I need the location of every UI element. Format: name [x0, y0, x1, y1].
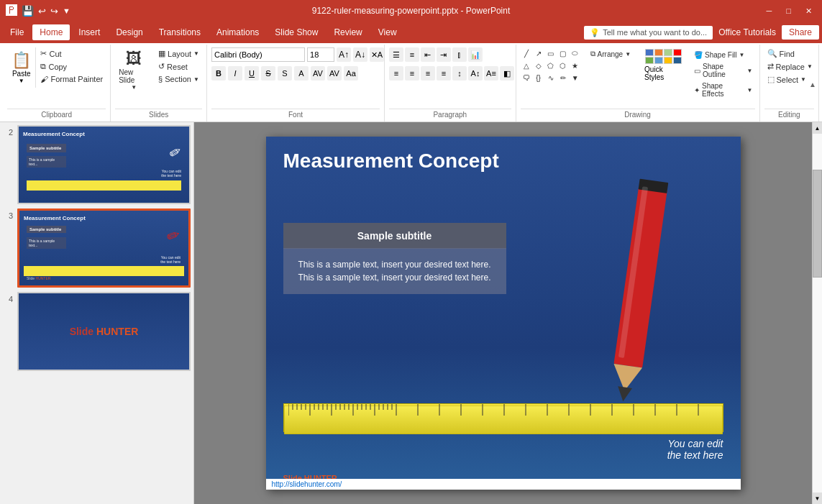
slide-body-text[interactable]: This is a sample text, insert your desir… [283, 248, 506, 294]
slide-thumb-3[interactable]: 3 Measurement Concept ✏ Sample subtitle … [3, 209, 191, 288]
increase-indent[interactable]: ⇥ [437, 47, 451, 62]
reset-button[interactable]: ↺ Reset [155, 60, 202, 73]
shape-triangle[interactable]: △ [521, 60, 532, 71]
menu-view[interactable]: View [371, 24, 404, 40]
font-color-button[interactable]: A [294, 66, 309, 81]
paste-button[interactable]: 📋 Paste ▼ [7, 47, 36, 88]
office-tutorials-link[interactable]: Office Tutorials [718, 27, 776, 37]
ribbon: 📋 Paste ▼ ✂ Cut ⧉ Copy 🖌 Format P [0, 43, 822, 122]
shape-line[interactable]: ╱ [521, 47, 532, 59]
justify[interactable]: ≡ [437, 66, 451, 81]
menu-transitions[interactable]: Transitions [152, 24, 208, 40]
scrollbar-up-btn[interactable]: ▲ [813, 122, 822, 134]
text-direction[interactable]: A↕ [468, 66, 483, 81]
right-scrollbar[interactable]: ▲ ▼ [812, 122, 822, 504]
char-spacing-button[interactable]: AV [327, 66, 342, 81]
format-painter-button[interactable]: 🖌 Format Painter [37, 73, 106, 85]
bold-button[interactable]: B [211, 66, 226, 81]
font-family-select[interactable] [211, 47, 305, 62]
paste-label: Paste [12, 70, 31, 78]
bullets-button[interactable]: ☰ [389, 47, 403, 62]
menu-animations[interactable]: Animations [209, 24, 266, 40]
align-right[interactable]: ≡ [421, 66, 435, 81]
shape-diamond[interactable]: ◇ [533, 60, 544, 71]
search-box[interactable]: 💡 Tell me what you want to do... [584, 26, 713, 40]
underline-button[interactable]: U [245, 66, 259, 81]
font-size-input[interactable] [307, 47, 334, 62]
shape-star[interactable]: ★ [570, 60, 581, 71]
scrollbar-track[interactable] [813, 134, 822, 492]
menu-insert[interactable]: Insert [71, 24, 107, 40]
save-icon[interactable]: 💾 [22, 5, 34, 17]
slide-subtitle-box[interactable]: Sample subtitle [283, 223, 506, 249]
decrease-indent[interactable]: ⇤ [421, 47, 435, 62]
replace-button[interactable]: ⇄ Replace ▼ [764, 60, 816, 73]
slide-thumb-2[interactable]: 2 Measurement Concept ✏ Sample subtitle … [3, 125, 191, 204]
slide3-body: This is a sample text... [27, 237, 66, 249]
slide-preview-3: Measurement Concept ✏ Sample subtitle Th… [17, 209, 191, 288]
layout-button[interactable]: ▦ Layout ▼ [155, 47, 202, 60]
menu-file[interactable]: File [3, 24, 31, 40]
columns-button[interactable]: ⫿ [452, 47, 467, 62]
change-case-button[interactable]: Aa [344, 66, 358, 81]
slide-canvas[interactable]: Measurement Concept Sample subtitle This… [266, 137, 741, 490]
copy-button[interactable]: ⧉ Copy [37, 60, 106, 73]
align-left[interactable]: ≡ [389, 66, 403, 81]
collapse-ribbon-button[interactable]: ▲ [809, 81, 816, 88]
undo-icon[interactable]: ↩ [38, 6, 46, 17]
minimize-button[interactable]: ─ [762, 6, 777, 15]
quick-styles-button[interactable]: Quick Styles [640, 47, 686, 83]
shape-bracket[interactable]: {} [533, 72, 544, 83]
share-button[interactable]: Share [782, 25, 819, 40]
convert-to-smartart[interactable]: ◧ [500, 66, 514, 81]
menu-slideshow[interactable]: Slide Show [268, 24, 325, 40]
highlight-button[interactable]: AV [311, 66, 325, 81]
section-button[interactable]: § Section ▼ [155, 73, 202, 85]
align-text[interactable]: A≡ [484, 66, 498, 81]
find-button[interactable]: 🔍 Find [764, 47, 816, 60]
line-spacing[interactable]: ↕ [452, 66, 467, 81]
section-icon: § [158, 75, 163, 83]
align-center[interactable]: ≡ [405, 66, 419, 81]
shape-callout[interactable]: 🗨 [521, 72, 532, 83]
shape-outline-button[interactable]: ▭ Shape Outline ▼ [692, 62, 754, 79]
slide3-bottom-text: You can editthe text here [160, 255, 181, 264]
menu-review[interactable]: Review [326, 24, 369, 40]
scrollbar-thumb[interactable] [813, 170, 822, 278]
select-button[interactable]: ⬚ Select ▼ [764, 73, 816, 86]
shape-more[interactable]: ▼ [570, 72, 581, 83]
italic-button[interactable]: I [228, 66, 242, 81]
redo-icon[interactable]: ↪ [50, 6, 58, 17]
menu-home[interactable]: Home [32, 24, 70, 40]
shape-effects-button[interactable]: ✦ Shape Effects ▼ [692, 81, 754, 98]
shape-oval[interactable]: ⬭ [570, 47, 581, 59]
slide-thumb-4[interactable]: 4 Slide HUNTER [3, 292, 191, 371]
smartart-button[interactable]: 📊 [468, 47, 483, 62]
ribbon-group-drawing: ╱ ↗ ▭ ▢ ⬭ △ ◇ ⬠ ⬡ ★ 🗨 {} ∿ ✏ ▼ [516, 45, 760, 122]
close-button[interactable]: ✕ [801, 6, 816, 16]
new-slide-button[interactable]: 🖼 New Slide ▼ [115, 47, 152, 93]
shape-curve[interactable]: ∿ [545, 72, 557, 83]
slide2-subtitle-box: Sample subtitle [27, 144, 66, 152]
shape-fill-button[interactable]: 🪣 Shape Fill ▼ [692, 50, 754, 60]
shadow-button[interactable]: S [278, 66, 292, 81]
maximize-button[interactable]: □ [782, 6, 795, 15]
customize-icon[interactable]: ▼ [63, 6, 70, 15]
numbering-button[interactable]: ≡ [405, 47, 419, 62]
shape-freeform[interactable]: ✏ [557, 72, 569, 83]
font-size-increase[interactable]: A↑ [337, 47, 351, 62]
strikethrough-button[interactable]: S [261, 66, 275, 81]
shape-pentagon[interactable]: ⬠ [545, 60, 557, 71]
clear-formatting[interactable]: ✕A [370, 47, 384, 62]
arrange-button[interactable]: ⧉ Arrange ▼ [587, 47, 635, 60]
shape-hexagon[interactable]: ⬡ [557, 60, 569, 71]
shape-rect[interactable]: ▭ [545, 47, 557, 59]
font-size-decrease[interactable]: A↓ [353, 47, 367, 62]
cut-button[interactable]: ✂ Cut [37, 47, 106, 60]
shape-arrow[interactable]: ↗ [533, 47, 544, 59]
bottom-text: You can edit the text here [667, 438, 723, 461]
menu-design[interactable]: Design [109, 24, 150, 40]
editing-btns: 🔍 Find ⇄ Replace ▼ ⬚ Select ▼ [764, 47, 816, 86]
shape-rounded-rect[interactable]: ▢ [557, 47, 569, 59]
scrollbar-down-btn[interactable]: ▼ [813, 492, 822, 504]
